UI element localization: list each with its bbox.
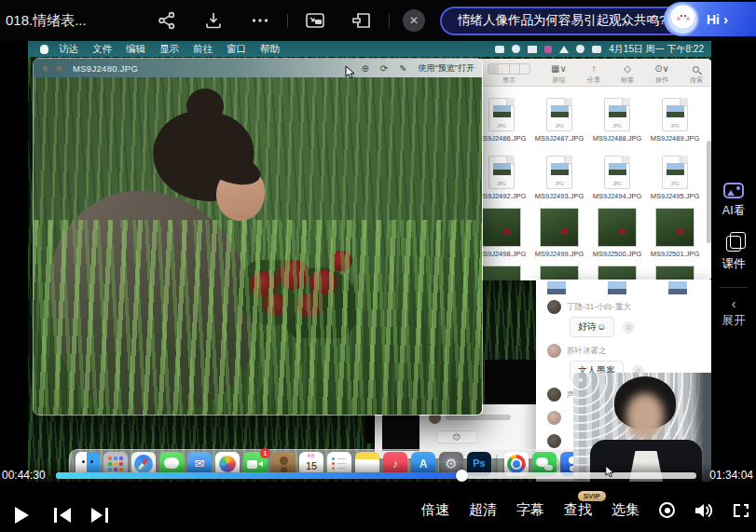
file-item[interactable] (530, 264, 588, 280)
progress-bar[interactable] (56, 472, 696, 479)
finder-search-control[interactable]: 搜索 (690, 62, 703, 85)
file-item[interactable]: MS9J2500.JPG (588, 206, 646, 264)
presenter-blurred-face (626, 393, 664, 440)
mouse-cursor (605, 465, 614, 478)
chat-bubble: 😊 (436, 430, 477, 443)
divider (720, 287, 748, 288)
ai-question-pill[interactable]: 情绪人像作品为何容易引起观众共鸣? (440, 7, 684, 35)
zoom-window-icon[interactable] (55, 64, 63, 73)
download-icon[interactable] (202, 9, 225, 32)
menu-item[interactable]: 前往 (193, 43, 213, 56)
file-item[interactable]: MS9J2493.JPG (530, 148, 588, 206)
close-window-icon[interactable] (41, 64, 49, 73)
ai-camera-icon (723, 183, 744, 198)
finder-action-control[interactable]: ⊙∨ 操作 (654, 62, 669, 85)
markup-icon[interactable]: ✎ (399, 63, 406, 74)
menu-item[interactable]: 访达 (59, 43, 78, 56)
status-icon[interactable] (528, 46, 537, 53)
search-icon[interactable] (576, 45, 584, 53)
notification-badge: 1 (260, 448, 270, 458)
apple-menu-icon[interactable] (40, 45, 48, 54)
menu-item[interactable]: 文件 (92, 43, 112, 56)
status-icon[interactable] (512, 45, 520, 53)
ai-assistant-button[interactable]: Hi › (664, 2, 756, 36)
image-thumbnail-strip (536, 281, 711, 294)
picture-in-picture-icon[interactable] (304, 9, 326, 32)
find-button[interactable]: 查找 SVIP (564, 501, 592, 519)
action-icon: ⊙∨ (654, 62, 669, 75)
status-icon[interactable] (544, 46, 552, 53)
player-side-panel: AI看 课件 ‹ 展开 (711, 41, 756, 482)
tag-icon: ◇ (624, 62, 631, 75)
file-item[interactable]: MS9J2488.JPG (588, 90, 646, 148)
subtitle-button[interactable]: 字幕 (516, 501, 544, 519)
wifi-icon[interactable] (559, 46, 569, 53)
more-icon[interactable] (249, 9, 271, 32)
right-controls: 倍速 超清 字幕 查找 SVIP (421, 501, 749, 519)
menu-item[interactable]: 窗口 (227, 43, 246, 56)
total-duration: 01:34:04 (709, 469, 753, 482)
quality-button[interactable]: 超清 (469, 501, 497, 519)
emoji-reaction-icon[interactable]: ☺ (623, 321, 635, 334)
file-item[interactable]: MS9J2495.JPG (646, 148, 704, 206)
divider (389, 14, 390, 28)
zoom-icon[interactable]: ⊕ (361, 63, 368, 74)
previous-episode-button[interactable] (54, 508, 73, 523)
finder-window: 显示 ▦∨ 群组 ↑ 分享 ◇ 标签 ⊙∨ 操作 (471, 59, 711, 280)
file-item[interactable] (588, 264, 646, 280)
avatar (547, 434, 561, 448)
file-item[interactable]: MS9J2499.JPG (530, 206, 588, 264)
file-item[interactable]: MS9J2494.JPG (588, 148, 646, 206)
menu-bar-clock[interactable]: 4月15日 周一 下午8:22 (609, 43, 704, 56)
current-time: 00:44:30 (2, 469, 46, 482)
menu-item[interactable]: 显示 (159, 43, 179, 56)
status-icon[interactable] (495, 46, 504, 53)
speed-button[interactable]: 倍速 (421, 501, 449, 519)
share-icon[interactable] (156, 9, 178, 32)
courseware-button[interactable]: 课件 (722, 236, 746, 272)
macos-menu-bar: 访达文件编辑显示前往窗口帮助 4月15日 周一 下午8:22 (28, 41, 711, 57)
finder-share-control[interactable]: ↑ 分享 (587, 62, 600, 85)
dock-to-side-icon[interactable] (351, 9, 373, 32)
expand-panel-button[interactable]: ‹ 展开 (722, 299, 746, 329)
fullscreen-icon[interactable] (734, 504, 749, 517)
menu-item[interactable]: 帮助 (260, 43, 280, 56)
search-icon (693, 66, 699, 73)
ai-watch-button[interactable]: AI看 (722, 183, 745, 219)
image-thumbnail[interactable] (668, 281, 687, 294)
menu-item[interactable]: 编辑 (126, 43, 145, 56)
image-thumbnail[interactable] (608, 281, 626, 294)
finder-tags-control[interactable]: ◇ 标签 (621, 62, 634, 85)
volume-icon[interactable] (694, 502, 714, 519)
finder-view-control[interactable]: 显示 (488, 62, 530, 85)
ai-assistant-label: Hi (707, 12, 720, 27)
divider (287, 14, 288, 28)
file-item[interactable] (646, 264, 704, 280)
image-thumbnail[interactable] (547, 281, 566, 294)
quicklook-title-bar[interactable]: MS9J2480.JPG ⊕ ⟳ ✎ 使用"预览"打开 (34, 59, 482, 77)
finder-group-control[interactable]: ▦∨ 群组 (551, 62, 567, 85)
watch-record-icon[interactable] (659, 502, 675, 518)
close-icon[interactable]: ✕ (403, 9, 425, 32)
image-thumbnail (382, 412, 419, 451)
episodes-button[interactable]: 选集 (612, 501, 639, 519)
file-item[interactable]: MS9J2501.JPG (646, 206, 704, 264)
menu-items: 访达文件编辑显示前往窗口帮助 (59, 43, 294, 56)
avatar (547, 388, 561, 402)
progress-fill (56, 472, 462, 479)
svip-badge: SVIP (578, 491, 606, 501)
open-with-preview-button[interactable]: 使用"预览"打开 (419, 62, 474, 75)
file-item[interactable]: MS9J2487.JPG (530, 90, 588, 148)
quicklook-photo-window: MS9J2480.JPG ⊕ ⟳ ✎ 使用"预览"打开 (33, 58, 483, 416)
chevron-left-icon: ‹ (732, 299, 736, 308)
play-button[interactable] (15, 507, 29, 524)
photo-woman-smelling-roses (34, 77, 482, 416)
rotate-icon[interactable]: ⟳ (380, 63, 388, 74)
video-player: 018.情绪表... ✕ (0, 0, 756, 532)
next-episode-button[interactable] (89, 508, 108, 523)
video-title: 018.情绪表... (6, 12, 144, 30)
control-center-icon[interactable] (592, 46, 601, 53)
photo-filename: MS9J2480.JPG (73, 63, 138, 74)
avatar (547, 300, 561, 314)
file-item[interactable]: MS9J2489.JPG (646, 90, 704, 148)
